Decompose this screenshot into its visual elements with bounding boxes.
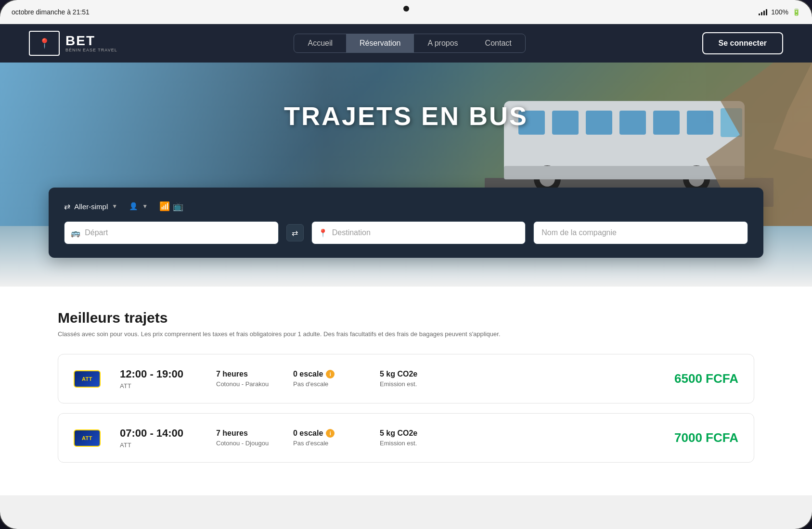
swap-icon: ⇄ — [292, 228, 298, 238]
nav-item-apropos[interactable]: A propos — [414, 34, 471, 52]
logo-text-group: BET BÉNIN EASE TRAVEL — [65, 34, 117, 52]
battery-percentage: 100% — [771, 8, 788, 16]
stops-value: 0 escale i — [293, 370, 361, 378]
search-panel: ⇄ Aller-simpl ▼ 👤 ▼ 📶 📺 🚌 — [49, 188, 763, 258]
duration-value: 7 heures — [216, 370, 274, 378]
journey-stops: 0 escale i Pas d'escale — [293, 370, 361, 388]
destination-input[interactable] — [311, 221, 526, 244]
journey-price: 6500 FCFA — [674, 371, 738, 386]
camera-notch — [403, 6, 409, 12]
journey-price: 7000 FCFA — [674, 430, 738, 445]
results-subtitle: Classés avec soin pour vous. Les prix co… — [58, 330, 754, 339]
passengers-selector[interactable]: 👤 ▼ — [129, 202, 148, 211]
nav-item-contact[interactable]: Contact — [472, 34, 525, 52]
wifi-icon: 📶 — [159, 201, 170, 212]
journey-duration: 7 heures Cotonou - Parakou — [216, 370, 274, 388]
att-logo-text: ATT — [82, 435, 92, 441]
journey-emission: 5 kg CO2e Emission est. — [380, 429, 438, 447]
login-button[interactable]: Se connecter — [702, 32, 783, 54]
company-name: ATT — [120, 382, 197, 390]
nav-menu: Accueil Réservation A propos Contact — [294, 34, 525, 53]
departure-field-group: 🚌 — [64, 221, 279, 244]
journey-card[interactable]: ATT 07:00 - 14:00 ATT 7 heures Cotonou -… — [58, 413, 754, 463]
info-dot-icon: i — [326, 370, 335, 378]
swap-button[interactable]: ⇄ — [286, 224, 304, 241]
stops-label: Pas d'escale — [293, 380, 361, 388]
filter-icons: 📶 📺 — [159, 201, 183, 212]
info-dot-icon: i — [326, 429, 335, 438]
search-options: ⇄ Aller-simpl ▼ 👤 ▼ 📶 📺 — [64, 201, 748, 212]
stops-label: Pas d'escale — [293, 440, 361, 447]
company-name: ATT — [120, 441, 197, 449]
nav-item-accueil[interactable]: Accueil — [294, 34, 346, 52]
status-time: octobre dimanche à 21:51 — [12, 8, 90, 16]
departure-icon: 🚌 — [71, 228, 80, 238]
results-title: Meilleurs trajets — [58, 310, 754, 326]
departure-input[interactable] — [64, 221, 279, 244]
logo-area: 📍 BET BÉNIN EASE TRAVEL — [29, 31, 117, 56]
trip-type-selector[interactable]: ⇄ Aller-simpl ▼ — [64, 202, 117, 211]
company-input[interactable] — [533, 221, 748, 244]
company-field-group — [533, 221, 748, 244]
trip-type-label: Aller-simpl — [74, 202, 108, 211]
journey-stops: 0 escale i Pas d'escale — [293, 429, 361, 447]
navbar: 📍 BET BÉNIN EASE TRAVEL Accueil Réservat… — [0, 24, 812, 63]
results-section: Meilleurs trajets Classés avec soin pour… — [0, 287, 812, 495]
status-right: 100% 🔋 — [759, 8, 800, 16]
emission-label: Emission est. — [380, 380, 438, 388]
stops-value: 0 escale i — [293, 429, 361, 438]
company-logo: ATT — [74, 370, 101, 388]
journey-time: 12:00 - 19:00 ATT — [120, 368, 197, 390]
passengers-chevron-icon: ▼ — [142, 203, 148, 210]
nav-item-reservation[interactable]: Réservation — [346, 34, 414, 52]
tablet-frame: octobre dimanche à 21:51 100% 🔋 📍 BET — [0, 0, 812, 529]
main-content: 📍 BET BÉNIN EASE TRAVEL Accueil Réservat… — [0, 24, 812, 529]
svg-rect-3 — [552, 111, 579, 135]
route-info: Cotonou - Parakou — [216, 380, 274, 388]
logo-box: 📍 — [29, 31, 60, 56]
logo-icon: 📍 — [39, 38, 51, 49]
time-range: 12:00 - 19:00 — [120, 368, 197, 380]
journey-emission: 5 kg CO2e Emission est. — [380, 370, 438, 388]
journey-duration: 7 heures Cotonou - Djougou — [216, 429, 274, 447]
journey-time: 07:00 - 14:00 ATT — [120, 427, 197, 449]
svg-rect-4 — [586, 111, 612, 135]
person-icon: 👤 — [129, 202, 138, 211]
destination-icon: 📍 — [318, 228, 328, 238]
hero-title: Trajets en bus — [284, 101, 528, 131]
emission-value: 5 kg CO2e — [380, 370, 438, 378]
emission-value: 5 kg CO2e — [380, 429, 438, 438]
trip-type-chevron-icon: ▼ — [112, 203, 117, 210]
battery-icon: 🔋 — [792, 8, 800, 16]
tv-icon: 📺 — [173, 201, 183, 212]
emission-label: Emission est. — [380, 440, 438, 447]
signal-icon — [759, 9, 767, 15]
logo-subtitle: BÉNIN EASE TRAVEL — [65, 48, 117, 52]
svg-rect-5 — [619, 111, 646, 135]
destination-field-group: 📍 — [311, 221, 526, 244]
logo-brand: BET — [65, 34, 117, 48]
journey-card[interactable]: ATT 12:00 - 19:00 ATT 7 heures Cotonou -… — [58, 354, 754, 403]
att-logo-text: ATT — [82, 376, 92, 382]
search-fields: 🚌 ⇄ 📍 — [64, 221, 748, 244]
route-info: Cotonou - Djougou — [216, 440, 274, 447]
status-bar: octobre dimanche à 21:51 100% 🔋 — [0, 0, 812, 24]
time-range: 07:00 - 14:00 — [120, 427, 197, 440]
company-logo: ATT — [74, 429, 101, 447]
duration-value: 7 heures — [216, 429, 274, 438]
swap-arrows-icon: ⇄ — [64, 202, 70, 211]
